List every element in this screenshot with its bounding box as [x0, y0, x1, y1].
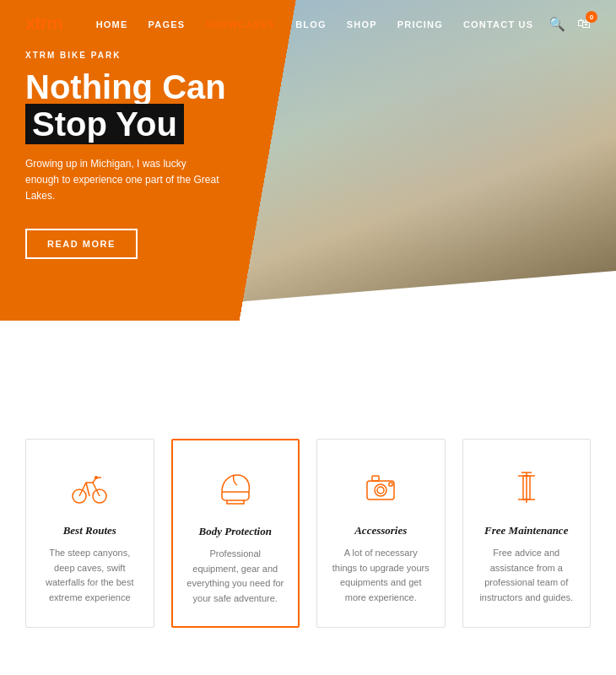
best-routes-title: Best Routes — [40, 524, 140, 537]
hero-subtitle: XTRM BIKE PARK — [25, 51, 312, 60]
feature-card-accessories: Accessories A lot of necessary things to… — [316, 439, 446, 628]
hero-content: XTRM BIKE PARK Nothing Can Stop You Grow… — [25, 51, 312, 259]
nav-shop[interactable]: SHOP — [347, 19, 377, 30]
svg-rect-6 — [372, 476, 379, 481]
nav-pages[interactable]: PAGES — [149, 19, 186, 30]
features-grid: Best Routes The steep canyons, deep cave… — [25, 439, 591, 628]
accessories-title: Accessories — [331, 524, 431, 537]
svg-rect-7 — [389, 483, 392, 486]
tools-icon — [504, 465, 549, 510]
svg-point-4 — [375, 484, 386, 496]
feature-card-body-protection: Body Protection Professional equipment, … — [171, 439, 300, 628]
svg-point-2 — [95, 476, 98, 479]
logo-x: x — [25, 13, 35, 34]
accessories-desc: A lot of necessary things to upgrade you… — [331, 546, 431, 605]
nav-showcases[interactable]: SHOWCASES — [205, 19, 275, 30]
feature-card-best-routes: Best Routes The steep canyons, deep cave… — [25, 439, 154, 628]
best-routes-desc: The steep canyons, deep caves, swift wat… — [40, 546, 140, 605]
hero-cta-button[interactable]: READ MORE — [25, 229, 138, 259]
nav-blog[interactable]: BLOG — [295, 19, 327, 30]
hero-section: XTRM BIKE PARK Nothing Can Stop You Grow… — [0, 0, 616, 321]
navigation: xtrm HOME PAGES SHOWCASES BLOG SHOP PRIC… — [0, 0, 616, 47]
body-protection-desc: Professional equipment, gear and everyth… — [186, 547, 285, 606]
hero-title: Nothing Can Stop You — [25, 68, 312, 143]
nav-menu: HOME PAGES SHOWCASES BLOG SHOP PRICING C… — [96, 16, 548, 31]
nav-home[interactable]: HOME — [96, 19, 128, 30]
hero-title-highlight: Stop You — [25, 104, 184, 144]
free-maintenance-title: Free Maintenance — [477, 524, 577, 537]
camera-icon — [358, 465, 403, 510]
search-icon[interactable]: 🔍 — [548, 16, 565, 32]
features-section: Best Routes The steep canyons, deep cave… — [0, 422, 616, 675]
body-protection-title: Body Protection — [186, 525, 285, 538]
hero-spacer — [0, 321, 616, 422]
cart-icon[interactable]: 🛍 — [577, 16, 591, 31]
nav-contact[interactable]: CONTACT US — [463, 19, 533, 30]
feature-card-free-maintenance: Free Maintenance Free advice and assista… — [462, 439, 592, 628]
free-maintenance-desc: Free advice and assistance from a profes… — [477, 546, 577, 605]
logo[interactable]: xtrm — [25, 13, 62, 35]
nav-icons: 🔍 🛍 — [548, 16, 591, 32]
svg-point-5 — [377, 487, 384, 494]
logo-text: trm — [35, 13, 62, 34]
nav-pricing[interactable]: PRICING — [397, 19, 443, 30]
helmet-icon — [213, 466, 258, 511]
bicycle-icon — [67, 465, 112, 510]
hero-description: Growing up in Michigan, I was lucky enou… — [25, 156, 219, 205]
hero-title-part1: Nothing Can — [25, 68, 226, 105]
